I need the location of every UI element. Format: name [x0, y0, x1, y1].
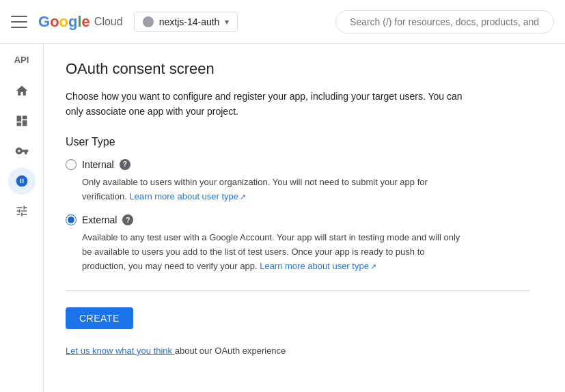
hamburger-menu[interactable]: [11, 14, 27, 30]
body-layout: API OAuth consent screen Choose how you …: [0, 44, 565, 392]
external-description: Available to any test user with a Google…: [82, 231, 465, 273]
internal-option: Internal ? Only available to users withi…: [66, 159, 543, 204]
sidebar-item-home[interactable]: [8, 77, 36, 104]
search-input[interactable]: [335, 10, 554, 33]
external-link-icon2: ↗: [370, 262, 376, 270]
external-learn-link[interactable]: Learn more about user type↗: [260, 261, 376, 271]
external-radio-label[interactable]: External ?: [66, 214, 543, 225]
create-button[interactable]: CREATE: [66, 307, 133, 329]
section-title: User Type: [66, 136, 543, 148]
main-content: OAuth consent screen Choose how you want…: [44, 44, 565, 392]
sidebar-item-domain[interactable]: [8, 197, 36, 225]
internal-radio[interactable]: [66, 159, 77, 170]
external-link-icon: ↗: [240, 193, 246, 201]
sidebar-item-credentials[interactable]: [8, 137, 36, 165]
external-help-icon[interactable]: ?: [122, 214, 133, 225]
top-nav: Google Cloud nextjs-14-auth ▾: [0, 0, 565, 44]
internal-learn-link[interactable]: Learn more about user type↗: [129, 191, 246, 201]
internal-help-icon[interactable]: ?: [120, 159, 130, 170]
divider: [66, 290, 530, 291]
api-label: API: [14, 55, 29, 65]
page-title: OAuth consent screen: [66, 60, 543, 78]
sidebar: API: [0, 44, 44, 392]
project-name: nextjs-14-auth: [159, 16, 220, 27]
project-selector[interactable]: nextjs-14-auth ▾: [134, 12, 238, 32]
internal-radio-label[interactable]: Internal ?: [66, 159, 543, 170]
feedback-link[interactable]: Let us know what you think: [66, 346, 175, 356]
internal-description: Only available to users within your orga…: [82, 176, 465, 204]
sidebar-item-dashboard[interactable]: [8, 107, 36, 135]
sidebar-item-oauth[interactable]: [8, 167, 36, 195]
external-label: External: [82, 214, 117, 225]
external-radio[interactable]: [66, 214, 77, 225]
internal-label: Internal: [82, 159, 114, 170]
external-option: External ? Available to any test user wi…: [66, 214, 543, 273]
project-dot-icon: [143, 16, 154, 27]
google-cloud-logo: Google Cloud: [38, 13, 123, 31]
footer-text: Let us know what you think about our OAu…: [66, 346, 543, 356]
chevron-down-icon: ▾: [225, 17, 229, 27]
page-description: Choose how you want to configure and reg…: [66, 89, 476, 120]
